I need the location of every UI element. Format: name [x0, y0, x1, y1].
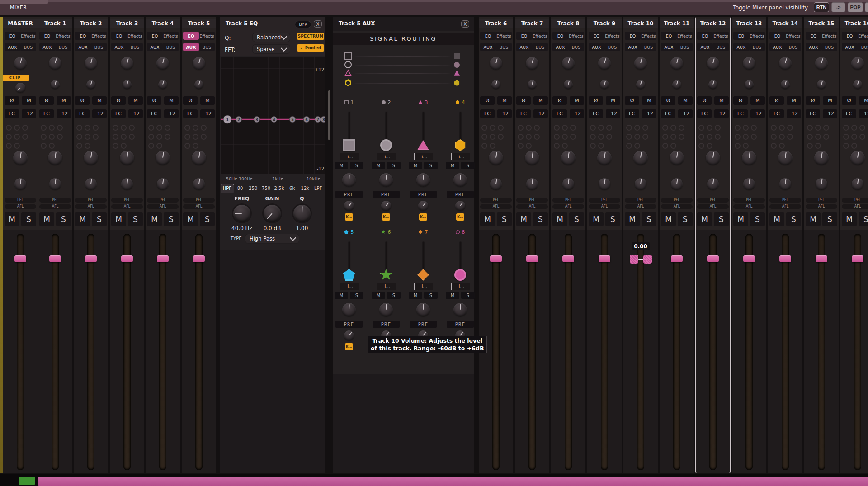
- routing-dot[interactable]: [662, 143, 668, 149]
- mute-button[interactable]: M: [552, 212, 567, 226]
- pan-knob[interactable]: [850, 151, 865, 165]
- routing-dot[interactable]: [6, 125, 12, 131]
- routing-dot[interactable]: [518, 125, 524, 131]
- width-knob[interactable]: [852, 178, 863, 190]
- mute-button[interactable]: M: [480, 212, 495, 226]
- send-level-handle[interactable]: [454, 269, 466, 281]
- send-level-track[interactable]: [386, 242, 387, 270]
- send-pan-knob[interactable]: [379, 303, 393, 316]
- pan-knob[interactable]: [670, 151, 684, 165]
- effects-tab[interactable]: Effects: [20, 32, 36, 40]
- eq-response-graph[interactable]: +12 -12 12345678: [221, 57, 326, 174]
- low-cut-button[interactable]: LC: [111, 109, 126, 118]
- pfl-button[interactable]: PFL: [552, 198, 584, 203]
- routing-dot[interactable]: [771, 125, 777, 131]
- routing-dot[interactable]: [851, 143, 857, 149]
- send-solo-button[interactable]: S: [387, 162, 401, 169]
- routing-dot[interactable]: [807, 143, 813, 149]
- aux-tab[interactable]: AUX: [661, 43, 677, 51]
- effects-tab[interactable]: Effects: [163, 32, 179, 40]
- trim-knob[interactable]: [853, 80, 862, 89]
- afl-button[interactable]: AFL: [661, 204, 693, 209]
- send-pan-knob[interactable]: [416, 303, 430, 316]
- send-pan-knob[interactable]: [453, 303, 467, 316]
- routing-dot[interactable]: [807, 134, 813, 140]
- hexagon-outline-icon[interactable]: [344, 79, 352, 86]
- send-level-track[interactable]: [349, 112, 350, 140]
- pan-knob[interactable]: [706, 151, 720, 165]
- routing-dot[interactable]: [743, 134, 749, 140]
- effects-tab[interactable]: Effects: [532, 32, 548, 40]
- send-solo-button[interactable]: S: [461, 292, 475, 299]
- trim-knob[interactable]: [86, 80, 95, 89]
- phase-button[interactable]: Ø: [147, 96, 161, 105]
- width-knob[interactable]: [14, 178, 26, 190]
- fader-handle[interactable]: [852, 255, 863, 262]
- width-knob[interactable]: [85, 178, 97, 190]
- afl-button[interactable]: AFL: [625, 204, 656, 209]
- routing-dot[interactable]: [570, 125, 576, 131]
- send-pre-button[interactable]: PRE: [373, 321, 400, 328]
- width-knob[interactable]: [707, 178, 719, 190]
- fader-track[interactable]: [565, 234, 572, 470]
- routing-dot[interactable]: [642, 134, 648, 140]
- routing-dot[interactable]: [554, 143, 560, 149]
- routing-dots[interactable]: [76, 125, 105, 149]
- routing-dot[interactable]: [184, 125, 190, 131]
- eq-band-lpf[interactable]: LPF: [311, 184, 325, 193]
- phase-button[interactable]: Ø: [589, 96, 603, 105]
- routing-dots[interactable]: [590, 125, 619, 149]
- width-knob[interactable]: [779, 178, 791, 190]
- afl-button[interactable]: AFL: [769, 204, 801, 209]
- routing-dots[interactable]: [113, 125, 142, 149]
- low-cut-button[interactable]: LC: [552, 109, 567, 118]
- routing-dots[interactable]: [626, 125, 655, 149]
- pan-knob[interactable]: [489, 151, 503, 165]
- gain-knob[interactable]: [156, 57, 169, 70]
- routing-dot[interactable]: [184, 134, 190, 140]
- low-cut-button[interactable]: LC: [625, 109, 639, 118]
- solo-button[interactable]: S: [200, 212, 215, 226]
- width-knob[interactable]: [816, 178, 827, 190]
- routing-dot[interactable]: [490, 125, 495, 131]
- fader-track[interactable]: [637, 234, 644, 470]
- pfl-button[interactable]: PFL: [697, 198, 729, 203]
- afl-button[interactable]: AFL: [589, 204, 620, 209]
- fader-track[interactable]: [673, 234, 680, 470]
- phase-button[interactable]: Ø: [5, 96, 19, 105]
- aux-tab[interactable]: AUX: [480, 43, 496, 51]
- routing-dot[interactable]: [14, 125, 20, 131]
- routing-dot[interactable]: [606, 125, 612, 131]
- pfl-button[interactable]: PFL: [842, 198, 868, 203]
- effects-tab[interactable]: Effects: [55, 32, 71, 40]
- mute-button[interactable]: M: [39, 212, 54, 226]
- send-pre-button[interactable]: PRE: [335, 321, 363, 328]
- routing-dot[interactable]: [851, 134, 857, 140]
- routing-dot[interactable]: [121, 134, 127, 140]
- routing-dot[interactable]: [626, 143, 632, 149]
- mono-button[interactable]: M: [606, 96, 620, 105]
- routing-dot[interactable]: [93, 125, 99, 131]
- mute-button[interactable]: M: [75, 212, 90, 226]
- mono-button[interactable]: M: [823, 96, 837, 105]
- trim-knob[interactable]: [123, 80, 132, 89]
- pad-button[interactable]: -12: [678, 109, 693, 118]
- routing-dot[interactable]: [743, 125, 749, 131]
- phase-button[interactable]: Ø: [697, 96, 712, 105]
- fader-handle[interactable]: [85, 255, 97, 262]
- routing-dots[interactable]: [662, 125, 691, 149]
- mute-button[interactable]: M: [697, 212, 712, 226]
- send-level-track[interactable]: [460, 242, 461, 270]
- gain-knob[interactable]: [14, 57, 27, 70]
- pfl-button[interactable]: PFL: [5, 198, 36, 203]
- eq-tab[interactable]: EQ: [806, 32, 821, 40]
- square-outline-icon[interactable]: [344, 52, 352, 60]
- routing-dot[interactable]: [843, 125, 849, 131]
- bus-tab[interactable]: BUS: [199, 43, 215, 51]
- send-trim-knob[interactable]: [381, 201, 391, 211]
- eq-tab[interactable]: EQ: [75, 32, 91, 40]
- solo-button[interactable]: S: [128, 212, 143, 226]
- bus-tab[interactable]: BUS: [91, 43, 107, 51]
- close-window-button[interactable]: X: [865, 2, 868, 12]
- routing-dot[interactable]: [626, 125, 632, 131]
